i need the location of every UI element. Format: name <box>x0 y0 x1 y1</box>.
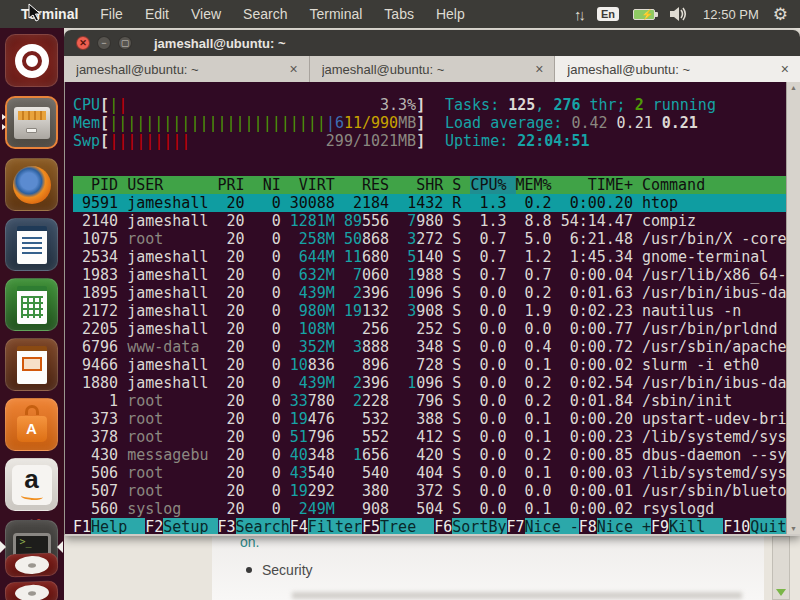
terminal-tab-bar: jameshall@ubuntu: ~×jameshall@ubuntu: ~×… <box>64 56 800 82</box>
fkey-label: Nice + <box>597 518 651 536</box>
column-header-pid[interactable]: PID <box>73 176 127 194</box>
fkey-f5[interactable]: F5Tree <box>362 518 434 536</box>
session-gear-icon[interactable]: ⚙ <box>773 6 788 23</box>
column-header-shr[interactable]: SHR <box>398 176 452 194</box>
terminal-content-area: CPU[||3.3%]Mem[|||||||||||||||||||||||||… <box>64 82 800 536</box>
partial-paragraph-text: on. <box>240 534 259 550</box>
column-header-virt[interactable]: VIRT <box>290 176 344 194</box>
column-header-ni[interactable]: NI <box>254 176 290 194</box>
network-arrows-icon[interactable]: ↑↓ <box>574 6 583 23</box>
fkey-label: Nice - <box>525 518 579 536</box>
launcher-item-optical-disc-2[interactable] <box>5 580 59 600</box>
process-row[interactable]: 1 root 20 0 33780 2228 796 S 0.0 0.2 0:0… <box>73 392 786 410</box>
process-row[interactable]: 378 root 20 0 51796 552 412 S 0.0 0.1 0:… <box>73 428 786 446</box>
terminal-tab-2[interactable]: jameshall@ubuntu: ~× <box>310 56 556 82</box>
process-row[interactable]: 2534 jameshall 20 0 644M 11680 5140 S 0.… <box>73 248 786 266</box>
tab-close-icon[interactable]: × <box>286 61 300 77</box>
launcher-item-libreoffice-impress[interactable] <box>5 338 58 391</box>
tab-title: jameshall@ubuntu: ~ <box>322 62 532 77</box>
menu-help[interactable]: Help <box>425 2 476 26</box>
ubuntu-logo-icon <box>15 44 49 78</box>
window-title: jameshall@ubuntu: ~ <box>154 36 286 51</box>
window-close-button[interactable]: ✕ <box>76 36 90 50</box>
fkey-label: Kill <box>669 518 723 536</box>
launcher-item-firefox[interactable] <box>5 158 58 211</box>
column-header-mempct[interactable]: MEM% <box>516 176 561 194</box>
terminal-tab-1[interactable]: jameshall@ubuntu: ~× <box>64 56 310 82</box>
fkey-number: F3 <box>218 518 236 536</box>
menu-tabs[interactable]: Tabs <box>373 2 425 26</box>
menu-search[interactable]: Search <box>232 2 298 26</box>
fkey-f1[interactable]: F1Help <box>73 518 145 536</box>
summary-line-1: Tasks: 125, 276 thr; 2 running <box>445 96 716 114</box>
focused-arrow-icon <box>57 541 63 553</box>
document-scrollbar[interactable] <box>772 536 790 600</box>
column-header-s[interactable]: S <box>452 176 470 194</box>
fkey-number: F9 <box>651 518 669 536</box>
column-header-timeplus[interactable]: TIME+ <box>561 176 642 194</box>
scroll-up-icon[interactable]: ▲ <box>790 84 797 91</box>
window-minimize-button[interactable]: − <box>97 36 111 50</box>
menu-file[interactable]: File <box>89 2 134 26</box>
fkey-number: F7 <box>507 518 525 536</box>
column-header-pri[interactable]: PRI <box>218 176 254 194</box>
launcher-item-amazon[interactable]: a <box>5 458 58 511</box>
fkey-f7[interactable]: F7Nice - <box>507 518 579 536</box>
launcher-item-dash-home[interactable] <box>5 34 58 87</box>
menu-edit[interactable]: Edit <box>134 2 180 26</box>
process-row[interactable]: 506 root 20 0 43540 540 404 S 0.0 0.1 0:… <box>73 464 786 482</box>
clock[interactable]: 12:50 PM <box>703 7 759 22</box>
fkey-number: F5 <box>362 518 380 536</box>
process-row[interactable]: 1880 jameshall 20 0 439M 2396 1096 S 0.0… <box>73 374 786 392</box>
window-titlebar[interactable]: ✕ − ▢ jameshall@ubuntu: ~ <box>64 30 800 56</box>
column-header-user[interactable]: USER <box>127 176 217 194</box>
menu-view[interactable]: View <box>180 2 232 26</box>
tab-close-icon[interactable]: × <box>778 61 792 77</box>
process-table-header[interactable]: PID USER PRI NI VIRT RES SHR S CPU% MEM%… <box>73 176 786 194</box>
fkey-f2[interactable]: F2Setup <box>145 518 217 536</box>
process-row[interactable]: 9466 jameshall 20 0 10836 896 728 S 0.0 … <box>73 356 786 374</box>
scroll-down-icon[interactable]: ▼ <box>790 525 797 532</box>
menu-terminal[interactable]: Terminal <box>298 2 373 26</box>
process-row[interactable]: 1895 jameshall 20 0 439M 2396 1096 S 0.0… <box>73 284 786 302</box>
column-header-res[interactable]: RES <box>344 176 398 194</box>
volume-icon[interactable] <box>669 6 689 22</box>
process-row[interactable]: 6796 www-data 20 0 352M 3888 348 S 0.0 0… <box>73 338 786 356</box>
process-row[interactable]: 1075 root 20 0 258M 50868 3272 S 0.7 5.0… <box>73 230 786 248</box>
charging-bolt-icon: ⚡ <box>641 9 653 20</box>
fkey-f6[interactable]: F6SortBy <box>434 518 506 536</box>
clipped-text-line <box>292 592 742 599</box>
fkey-label: SortBy <box>452 518 506 536</box>
launcher-item-libreoffice-writer[interactable] <box>5 218 58 271</box>
process-row[interactable]: 560 syslog 20 0 249M 908 504 S 0.0 0.1 0… <box>73 500 786 518</box>
app-name[interactable]: Terminal <box>10 2 89 26</box>
window-maximize-button[interactable]: ▢ <box>118 36 132 50</box>
fkey-f4[interactable]: F4Filter <box>290 518 362 536</box>
terminal-tab-3[interactable]: jameshall@ubuntu: ~× <box>555 56 800 82</box>
tab-close-icon[interactable]: × <box>532 61 546 77</box>
launcher-item-ubuntu-software-center[interactable]: A <box>5 398 58 451</box>
battery-icon[interactable]: ⚡ <box>633 9 655 20</box>
process-row[interactable]: 9591 jameshall 20 0 30088 2184 1432 R 1.… <box>73 194 786 212</box>
fkey-f3[interactable]: F3Search <box>218 518 290 536</box>
launcher-item-file-manager[interactable] <box>5 96 58 149</box>
document-content-panel: on. Security <box>212 536 764 600</box>
fkey-label: Filter <box>308 518 362 536</box>
writer-document-icon <box>17 226 47 264</box>
process-row[interactable]: 2140 jameshall 20 0 1281M 89556 7980 S 1… <box>73 212 786 230</box>
keyboard-layout-indicator[interactable]: En <box>597 7 619 21</box>
terminal-scrollbar[interactable]: ▲ ▼ <box>786 82 800 534</box>
process-row[interactable]: 1983 jameshall 20 0 632M 7060 1988 S 0.7… <box>73 266 786 284</box>
fkey-f8[interactable]: F8Nice + <box>579 518 651 536</box>
launcher-item-optical-disc[interactable] <box>5 552 59 577</box>
column-header-command[interactable]: Command <box>642 176 705 194</box>
column-header-cpupct[interactable]: CPU% <box>470 176 515 194</box>
process-row[interactable]: 430 messagebu 20 0 40348 1656 420 S 0.0 … <box>73 446 786 464</box>
fkey-f9[interactable]: F9Kill <box>651 518 723 536</box>
process-row[interactable]: 2172 jameshall 20 0 980M 19132 3908 S 0.… <box>73 302 786 320</box>
process-row[interactable]: 507 root 20 0 19292 380 372 S 0.0 0.0 0:… <box>73 482 786 500</box>
unity-launcher: Aa⚙>_ <box>0 28 64 600</box>
process-row[interactable]: 2205 jameshall 20 0 108M 256 252 S 0.0 0… <box>73 320 786 338</box>
process-row[interactable]: 373 root 20 0 19476 532 388 S 0.0 0.1 0:… <box>73 410 786 428</box>
launcher-item-libreoffice-calc[interactable] <box>5 278 58 331</box>
